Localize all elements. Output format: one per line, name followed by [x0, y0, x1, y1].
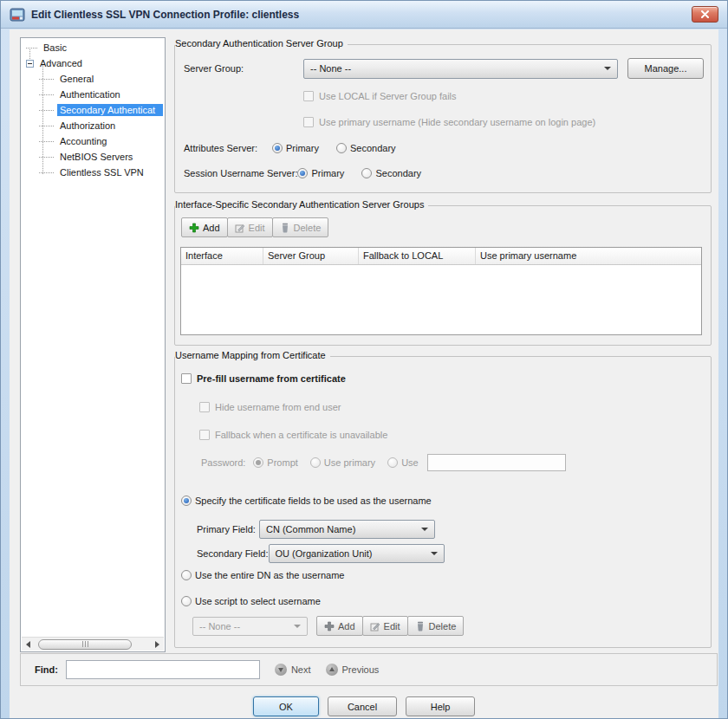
tree-item-clientless-ssl-vpn[interactable]: Clientless SSL VPN: [23, 165, 163, 180]
fallback-certificate-checkbox: [199, 430, 210, 440]
session-secondary-radio[interactable]: [361, 168, 372, 178]
help-button[interactable]: Help: [406, 696, 475, 716]
tree-item-basic[interactable]: Basic: [23, 40, 163, 55]
section-title: Username Mapping from Certificate: [175, 350, 330, 360]
tree-connector: [39, 94, 54, 95]
use-local-checkbox: [303, 91, 314, 101]
tree-connector: [39, 79, 54, 80]
tree-connector: [39, 110, 54, 111]
secondary-field-dropdown[interactable]: OU (Organization Unit): [269, 544, 445, 563]
find-label: Find:: [35, 664, 58, 675]
tree-connector: [39, 157, 54, 158]
find-input[interactable]: [66, 660, 260, 679]
edit-button: Edit: [227, 217, 273, 237]
dialog-window: Edit Clientless SSL VPN Connection Profi…: [0, 0, 728, 719]
attributes-secondary-radio[interactable]: [336, 143, 347, 153]
password-use-input: [427, 454, 566, 471]
entire-dn-label: Use the entire DN as the username: [195, 570, 344, 580]
password-use-primary-radio: [310, 457, 321, 468]
specify-certificate-fields-label: Specify the certificate fields to be use…: [195, 496, 432, 506]
username-mapping-section: Username Mapping from Certificate Pre-fi…: [174, 356, 712, 648]
add-button[interactable]: Add: [181, 217, 228, 237]
use-script-label: Use script to select username: [195, 596, 321, 606]
tree-item-authorization[interactable]: Authorization: [23, 118, 163, 133]
ok-button[interactable]: OK: [253, 696, 319, 716]
prefill-username-checkbox[interactable]: [181, 373, 192, 384]
hide-username-label: Hide username from end user: [215, 402, 341, 412]
hide-username-checkbox: [199, 402, 210, 412]
chevron-down-icon: [431, 552, 438, 555]
chevron-down-icon: [294, 625, 301, 628]
pencil-icon: [370, 621, 380, 632]
trash-icon: [280, 223, 290, 233]
attributes-primary-radio[interactable]: [272, 143, 283, 153]
secondary-field-label: Secondary Field:: [197, 548, 269, 559]
column-header[interactable]: Server Group: [263, 248, 359, 264]
chevron-down-icon: [421, 528, 428, 531]
scroll-left-arrow[interactable]: [22, 638, 35, 651]
navigation-tree: Basic Advanced General Authentication Se…: [23, 40, 163, 636]
tree-connector: [26, 48, 37, 49]
fallback-certificate-label: Fallback when a certificate is unavailab…: [215, 430, 387, 440]
primary-field-label: Primary Field:: [197, 524, 259, 534]
previous-arrow-icon: [326, 664, 338, 676]
table-body-empty[interactable]: [181, 265, 701, 334]
entire-dn-radio[interactable]: [181, 570, 192, 580]
tree-item-general[interactable]: General: [23, 71, 163, 87]
scrollbar-thumb[interactable]: [38, 639, 132, 650]
tree-item-authentication[interactable]: Authentication: [23, 87, 163, 102]
tree-connector: [39, 141, 54, 142]
window-title: Edit Clientless SSL VPN Connection Profi…: [31, 9, 299, 21]
settings-panel: Secondary Authentication Server Group Se…: [172, 37, 719, 652]
scroll-right-arrow[interactable]: [151, 638, 164, 651]
find-previous-button[interactable]: Previous: [326, 664, 380, 676]
collapse-expander-icon[interactable]: [26, 60, 34, 68]
plus-icon: [189, 223, 199, 233]
primary-field-dropdown[interactable]: CN (Common Name): [259, 520, 435, 539]
script-delete-button: Delete: [407, 616, 465, 636]
script-add-button: Add: [316, 616, 363, 636]
tree-item-accounting[interactable]: Accounting: [23, 133, 163, 149]
server-group-dropdown[interactable]: -- None --: [303, 59, 618, 79]
interface-specific-section: Interface-Specific Secondary Authenticat…: [174, 205, 712, 346]
column-header[interactable]: Use primary username: [476, 248, 701, 264]
tree-item-advanced[interactable]: Advanced: [23, 55, 163, 71]
table-header: Interface Server Group Fallback to LOCAL…: [181, 248, 701, 265]
pencil-icon: [235, 223, 245, 233]
prefill-username-label: Pre-fill username from certificate: [197, 373, 346, 384]
titlebar: Edit Clientless SSL VPN Connection Profi…: [1, 1, 727, 29]
password-label: Password:: [201, 457, 245, 468]
app-icon: [10, 7, 25, 23]
attributes-server-label: Attributes Server:: [184, 143, 272, 153]
chevron-down-icon: [604, 67, 611, 70]
section-title: Secondary Authentication Server Group: [175, 38, 348, 49]
column-header[interactable]: Fallback to LOCAL: [359, 248, 476, 264]
close-icon: [701, 10, 709, 18]
tree-connector: [39, 126, 54, 126]
next-arrow-icon: [275, 664, 287, 676]
script-dropdown: -- None --: [192, 617, 308, 636]
find-bar: Find: Next Previous: [20, 653, 718, 686]
session-primary-radio[interactable]: [297, 168, 308, 178]
find-next-button[interactable]: Next: [275, 664, 311, 676]
manage-button[interactable]: Manage...: [627, 58, 704, 79]
use-primary-username-checkbox: [303, 117, 314, 127]
tree-horizontal-scrollbar[interactable]: [22, 637, 164, 651]
navigation-tree-panel: Basic Advanced General Authentication Se…: [20, 37, 166, 652]
trash-icon: [415, 621, 426, 632]
column-header[interactable]: Interface: [181, 248, 263, 264]
tree-item-secondary-authentication[interactable]: Secondary Authenticat: [23, 102, 163, 118]
tree-item-netbios-servers[interactable]: NetBIOS Servers: [23, 149, 163, 165]
specify-certificate-fields-radio[interactable]: [181, 496, 192, 506]
close-button[interactable]: [692, 6, 718, 23]
interface-groups-table: Interface Server Group Fallback to LOCAL…: [180, 247, 702, 335]
secondary-auth-server-group-section: Secondary Authentication Server Group Se…: [174, 44, 712, 193]
use-local-label: Use LOCAL if Server Group fails: [319, 91, 457, 101]
use-script-radio[interactable]: [181, 596, 192, 606]
section-title: Interface-Specific Secondary Authenticat…: [175, 199, 428, 210]
cancel-button[interactable]: Cancel: [328, 696, 397, 716]
dialog-content: Basic Advanced General Authentication Se…: [10, 29, 718, 719]
use-primary-username-label: Use primary username (Hide secondary use…: [319, 117, 595, 127]
tree-connector: [39, 172, 54, 173]
plus-icon: [324, 621, 335, 632]
